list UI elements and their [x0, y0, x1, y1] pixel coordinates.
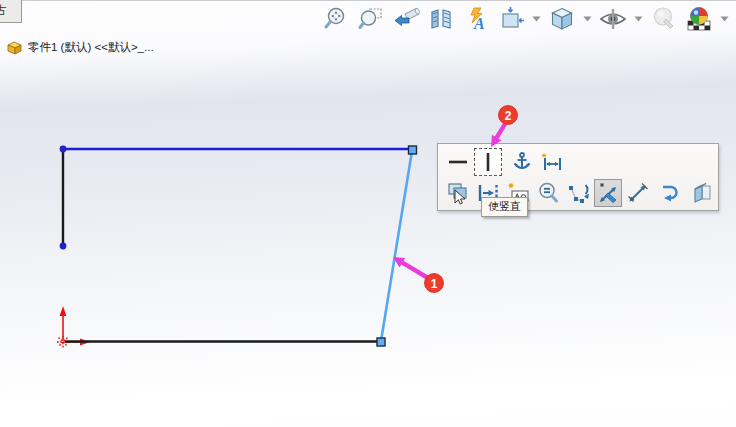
anchor-icon [510, 150, 534, 174]
select-cursor-icon [445, 180, 471, 206]
vertical-line-icon [476, 150, 500, 174]
tooltip-make-vertical: 使竖直 [481, 197, 528, 217]
view-cube-button[interactable] [688, 179, 716, 207]
relations-icon [565, 180, 591, 206]
diagonal-dimension-icon [625, 180, 651, 206]
select-other-button[interactable] [444, 179, 472, 207]
context-toolbar [437, 143, 719, 211]
smart-dimension-button[interactable] [538, 148, 566, 176]
undo-button[interactable] [654, 179, 682, 207]
solidworks-viewport: 古 零件1 (默认) <<默认>_... [0, 0, 736, 427]
cube-icon [689, 180, 715, 206]
magnifier-equal-icon [535, 180, 561, 206]
zoom-to-selection-button[interactable] [534, 179, 562, 207]
sketch-vertex-topleft[interactable] [60, 146, 67, 153]
sketch-endpoint-topright[interactable] [409, 146, 417, 154]
display-delete-relations-button[interactable] [564, 179, 592, 207]
context-toolbar-row1 [444, 146, 718, 177]
horizontal-line-icon [446, 150, 470, 174]
dimension-tool-button[interactable] [624, 179, 652, 207]
smart-dimension-pencil-icon [595, 180, 621, 206]
sketch-endpoint-bottomright[interactable] [377, 338, 385, 346]
sketch-line-right-slanted[interactable] [381, 151, 412, 341]
make-vertical-button[interactable] [474, 148, 502, 176]
make-horizontal-button[interactable] [444, 148, 472, 176]
undo-arrow-icon [655, 180, 681, 206]
tooltip-text: 使竖直 [488, 200, 521, 212]
smart-dimension-pressed-button[interactable] [594, 179, 622, 207]
sketch-canvas [0, 0, 736, 427]
sketch-vertex-midleft[interactable] [60, 243, 67, 250]
dimension-icon [539, 150, 565, 174]
fix-button[interactable] [508, 148, 536, 176]
